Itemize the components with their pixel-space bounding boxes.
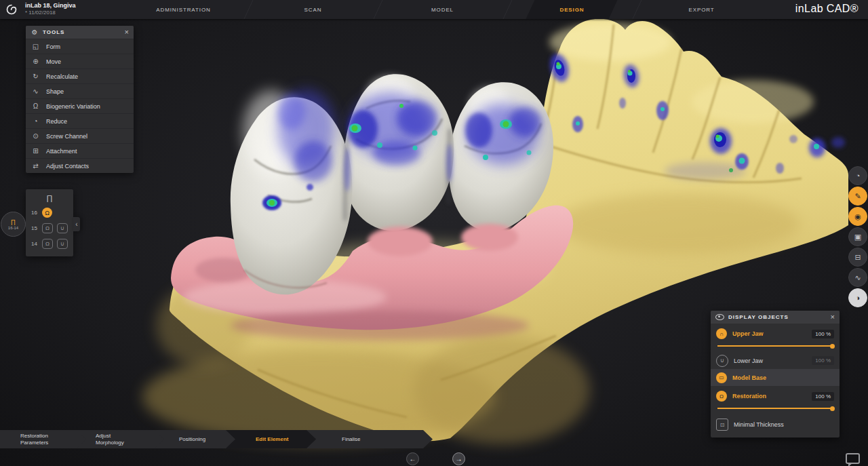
display-row-restoration[interactable]: Ω Restoration 100 % (711, 386, 840, 406)
close-icon[interactable]: × (831, 313, 835, 321)
tool-shape[interactable]: ∿ Shape (26, 83, 134, 98)
shade-icon[interactable]: ◑ (848, 288, 867, 307)
main-nav: ADMINISTRATION SCAN MODEL DESIGN EXPORT (119, 0, 766, 19)
tool-biogeneric-variation[interactable]: Ω Biogeneric Variation (26, 98, 134, 113)
row-label: Minimal Thickness (734, 421, 834, 429)
pencil-icon[interactable]: ✎ (848, 187, 867, 206)
nav-label: MODEL (431, 7, 454, 13)
step-label: Positioning (179, 436, 205, 443)
range-label: 16-14 (8, 226, 18, 230)
restoration-opacity-slider[interactable] (711, 406, 840, 414)
crown-icon[interactable]: Ω (42, 208, 52, 218)
upper-jaw-opacity-slider[interactable] (711, 344, 840, 352)
shape-icon: ∿ (31, 88, 40, 95)
row-label: Model Base (732, 374, 834, 381)
tooth-row-15: 15 Ω ∪ (26, 220, 73, 236)
display-objects-panel: DISPLAY OBJECTS × ∩ Upper Jaw 100 % ∪ Lo… (711, 311, 840, 438)
nav-export[interactable]: EXPORT (637, 0, 766, 19)
bridge-icon: ∏ (11, 219, 16, 225)
slider-knob[interactable] (830, 406, 835, 411)
tooth-number: 16 (31, 210, 38, 216)
app-logo-icon (6, 4, 17, 15)
nav-label: EXPORT (688, 7, 714, 13)
upper-jaw-icon: ∩ (716, 328, 727, 339)
next-step-button[interactable]: → (452, 452, 465, 465)
lower-jaw-icon: ∪ (716, 355, 728, 367)
tool-adjust-contacts[interactable]: ⇄ Adjust Contacts (26, 158, 134, 173)
opacity-value: 100 % (812, 356, 834, 365)
eye-icon (715, 314, 724, 320)
app-window: inLab 18, Gingiva * 11/02/2018 ADMINISTR… (0, 0, 868, 466)
adjust-contacts-icon: ⇄ (31, 162, 40, 170)
display-row-model-base[interactable]: ▭ Model Base (711, 369, 840, 386)
display-panel-header: DISPLAY OBJECTS × (711, 311, 840, 324)
minimal-thickness-icon: ⊡ (716, 419, 728, 431)
copy-view-icon[interactable]: ▣ (848, 227, 867, 246)
display-row-minimal-thickness[interactable]: ⊡ Minimal Thickness (711, 414, 840, 435)
chat-icon-tail (848, 463, 853, 466)
case-name: inLab 18, Gingiva (25, 2, 76, 9)
crown-icon[interactable]: Ω (42, 239, 53, 249)
top-bar: inLab 18, Gingiva * 11/02/2018 ADMINISTR… (0, 0, 868, 19)
restoration-range-badge[interactable]: ∏ 16-14 (1, 212, 26, 237)
previous-step-button[interactable]: ← (406, 452, 419, 465)
tool-recalculate[interactable]: ↻ Recalculate (26, 69, 134, 83)
tool-screw-channel[interactable]: ⊙ Screw Channel (26, 128, 134, 143)
nav-label: ADMINISTRATION (156, 7, 210, 13)
brand-logo: inLab CAD® (795, 3, 859, 15)
tool-label: Move (46, 58, 61, 65)
row-label: Restoration (732, 393, 806, 400)
tool-label: Form (46, 43, 60, 50)
tool-label: Adjust Contacts (46, 163, 89, 170)
wrench-icon: ⚙ (31, 28, 39, 36)
restoration-icon: Ω (716, 391, 727, 402)
tool-attachment[interactable]: ⊞ Attachment (26, 143, 134, 158)
display-panel-title: DISPLAY OBJECTS (728, 314, 827, 320)
tool-label: Shape (46, 88, 64, 95)
tool-label: Attachment (46, 148, 77, 155)
collapse-panel-chevron[interactable]: ‹ (73, 217, 80, 231)
nav-administration[interactable]: ADMINISTRATION (119, 0, 248, 19)
nav-scan[interactable]: SCAN (248, 0, 378, 19)
tool-label: Screw Channel (46, 133, 87, 140)
row-label: Upper Jaw (732, 330, 806, 337)
opacity-value: 100 % (812, 330, 834, 338)
side-toolbar: ◔ ✎ ◉ ▣ ⊟ ∿ ◑ (848, 166, 867, 307)
opacity-value: 100 % (812, 392, 834, 401)
crown-icon[interactable]: Ω (42, 223, 53, 233)
analysis-icon[interactable]: ◉ (848, 207, 867, 226)
case-info: inLab 18, Gingiva * 11/02/2018 (25, 2, 76, 16)
split-screen-icon[interactable]: ⊟ (848, 248, 867, 267)
recalculate-icon: ↻ (31, 73, 40, 80)
tooth-row-14: 14 Ω ∪ (26, 236, 73, 252)
step-label: Adjust Morphology (96, 433, 134, 446)
tool-form[interactable]: ◱ Form (26, 39, 134, 54)
display-row-lower-jaw[interactable]: ∪ Lower Jaw 100 % (711, 352, 840, 369)
slider-knob[interactable] (830, 344, 835, 349)
display-row-upper-jaw[interactable]: ∩ Upper Jaw 100 % (711, 324, 840, 344)
chat-icon[interactable] (846, 453, 860, 464)
nav-label: DESIGN (559, 7, 584, 13)
form-icon: ◱ (31, 43, 40, 50)
spline-icon[interactable]: ∿ (848, 268, 867, 287)
step-label: Restoration Parameters (20, 433, 62, 446)
tool-move[interactable]: ⊕ Move (26, 54, 134, 69)
model-view-icon[interactable]: ◔ (848, 166, 867, 185)
attachment-icon: ⊞ (31, 147, 40, 155)
tool-label: Biogeneric Variation (46, 103, 100, 110)
nav-label: SCAN (304, 7, 322, 13)
reduce-icon: ◔ (31, 117, 40, 125)
tools-panel: ⚙ TOOLS × ◱ Form ⊕ Move ↻ Recalculate ∿ … (26, 26, 134, 173)
nav-design[interactable]: DESIGN (507, 0, 637, 19)
pontic-icon[interactable]: ∪ (57, 239, 68, 249)
pontic-icon[interactable]: ∪ (57, 223, 68, 233)
tools-panel-header: ⚙ TOOLS × (26, 26, 134, 39)
tool-label: Reduce (46, 118, 67, 125)
nav-model[interactable]: MODEL (378, 0, 507, 19)
tooth-selector-panel: ∏ 16 Ω 15 Ω ∪ 14 Ω ∪ (26, 189, 73, 256)
tool-reduce[interactable]: ◔ Reduce (26, 113, 134, 128)
close-icon[interactable]: × (125, 28, 129, 36)
tools-panel-title: TOOLS (43, 29, 121, 35)
step-finalise[interactable]: Finalise (307, 430, 433, 448)
bridge-icon: ∏ (26, 193, 73, 205)
